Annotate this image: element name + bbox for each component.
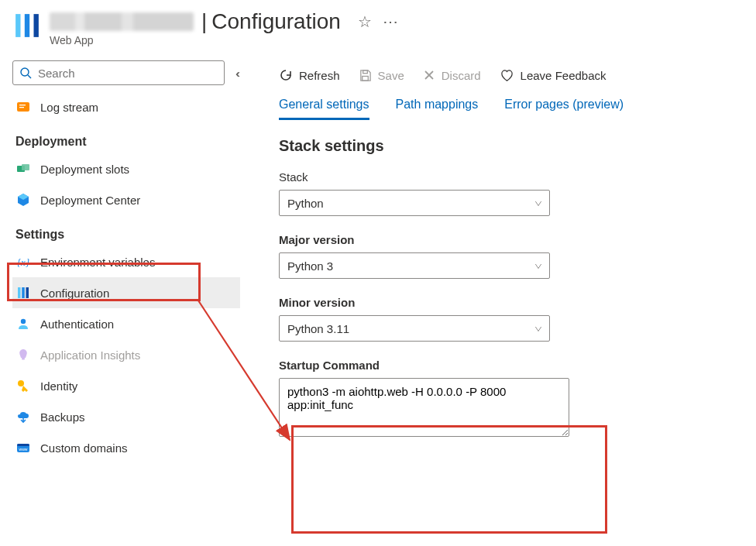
svg-text:www: www	[19, 447, 28, 452]
tab-error-pages[interactable]: Error pages (preview)	[504, 98, 624, 120]
stack-select[interactable]: Python	[279, 190, 550, 216]
svg-rect-20	[363, 70, 367, 73]
sidebar-item-label: Application Insights	[40, 349, 140, 362]
favorite-star-icon[interactable]: ☆	[358, 12, 372, 31]
webapp-icon	[14, 12, 40, 39]
tab-general-settings[interactable]: General settings	[279, 98, 369, 120]
chevron-down-icon	[535, 327, 541, 331]
braces-icon: {x}	[15, 254, 31, 270]
sidebar-section-settings: Settings	[12, 215, 240, 246]
sidebar-item-label: Deployment Center	[40, 194, 140, 207]
svg-rect-18	[17, 444, 29, 446]
minor-version-select[interactable]: Python 3.11	[279, 315, 550, 342]
svg-rect-7	[19, 107, 24, 108]
chevron-down-icon	[535, 201, 541, 206]
sidebar-item-label: Backups	[40, 410, 85, 424]
search-input[interactable]	[36, 66, 218, 81]
sidebar-item-label: Authentication	[40, 318, 114, 331]
sidebar-item-label: Identity	[40, 379, 77, 393]
resource-type-label: Web App	[50, 34, 399, 46]
discard-button[interactable]: Discard	[423, 69, 481, 82]
sidebar-item-environment-variables[interactable]: {x} Environment variables	[12, 246, 240, 277]
sidebar-item-deployment-slots[interactable]: Deployment slots	[12, 153, 240, 184]
svg-line-4	[28, 75, 31, 78]
sidebar-item-application-insights[interactable]: Application Insights	[12, 339, 240, 370]
svg-rect-6	[19, 105, 26, 105]
svg-rect-15	[22, 358, 25, 360]
sidebar: ‹‹ Log stream Deployment Deployment slot…	[0, 56, 240, 546]
stack-label: Stack	[279, 170, 737, 184]
command-bar: Refresh Save Discard	[274, 64, 742, 87]
sidebar-item-log-stream[interactable]: Log stream	[12, 91, 240, 122]
svg-rect-2	[34, 14, 39, 37]
refresh-button[interactable]: Refresh	[279, 68, 340, 82]
refresh-icon	[279, 68, 293, 82]
leave-feedback-button[interactable]: Leave Feedback	[500, 68, 607, 83]
svg-rect-0	[15, 14, 20, 37]
stack-settings-heading: Stack settings	[279, 137, 737, 155]
major-version-label: Major version	[279, 233, 737, 246]
sidebar-item-label: Environment variables	[40, 256, 155, 269]
save-button[interactable]: Save	[359, 69, 404, 82]
more-actions-icon[interactable]: ⋯	[383, 12, 399, 31]
svg-point-16	[18, 380, 24, 386]
discard-icon	[423, 69, 435, 81]
log-stream-icon	[15, 99, 31, 115]
tab-path-mappings[interactable]: Path mappings	[396, 98, 479, 120]
sidebar-item-label: Log stream	[40, 101, 98, 114]
authentication-icon	[15, 316, 31, 331]
svg-rect-21	[362, 76, 368, 81]
chevron-down-icon	[535, 264, 541, 269]
startup-command-input[interactable]	[279, 378, 569, 437]
sidebar-item-configuration[interactable]: Configuration	[12, 277, 240, 308]
sidebar-item-label: Configuration	[40, 287, 109, 300]
configuration-icon	[15, 285, 31, 300]
svg-rect-13	[26, 287, 29, 298]
sidebar-section-deployment: Deployment	[12, 122, 240, 153]
svg-point-3	[21, 68, 29, 76]
minor-version-label: Minor version	[279, 296, 737, 309]
page-title: | Configuration ☆ ⋯	[50, 11, 399, 33]
save-icon	[359, 69, 372, 82]
application-insights-icon	[15, 347, 31, 362]
search-icon	[19, 67, 32, 79]
svg-rect-12	[22, 287, 25, 298]
svg-point-14	[21, 319, 26, 324]
sidebar-item-authentication[interactable]: Authentication	[12, 308, 240, 339]
tabs: General settings Path mappings Error pag…	[274, 98, 742, 120]
backups-icon	[15, 409, 31, 424]
sidebar-item-identity[interactable]: Identity	[12, 370, 240, 401]
svg-rect-9	[22, 164, 29, 170]
page-header: | Configuration ☆ ⋯ Web App	[0, 0, 756, 56]
svg-rect-11	[18, 287, 21, 298]
svg-rect-1	[25, 14, 29, 37]
deployment-center-icon	[15, 192, 31, 208]
app-name-redacted	[50, 12, 194, 31]
sidebar-item-label: Deployment slots	[40, 163, 129, 176]
identity-icon	[15, 378, 31, 393]
startup-command-label: Startup Command	[279, 359, 569, 372]
main-panel: Refresh Save Discard	[271, 56, 756, 546]
deployment-slots-icon	[15, 161, 31, 177]
custom-domains-icon: www	[15, 440, 31, 455]
sidebar-item-deployment-center[interactable]: Deployment Center	[12, 184, 240, 215]
collapse-sidebar-icon[interactable]: ‹‹	[235, 67, 237, 80]
sidebar-search[interactable]	[12, 60, 225, 85]
sidebar-item-custom-domains[interactable]: www Custom domains	[12, 432, 240, 463]
heart-icon	[500, 68, 514, 83]
svg-text:{x}: {x}	[17, 256, 30, 268]
sidebar-item-label: Custom domains	[40, 441, 128, 455]
sidebar-item-backups[interactable]: Backups	[12, 401, 240, 432]
major-version-select[interactable]: Python 3	[279, 252, 550, 279]
